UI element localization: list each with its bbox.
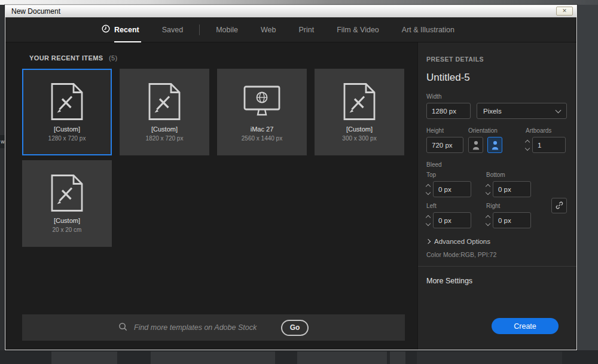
template-size: 2560 x 1440 px — [242, 135, 282, 142]
units-dropdown[interactable]: Pixels — [477, 103, 567, 119]
template-name: [Custom] — [54, 217, 80, 224]
stepper-up-icon[interactable] — [426, 183, 431, 188]
stepper-down-icon[interactable] — [426, 221, 431, 225]
stepper-down-icon[interactable] — [426, 189, 431, 194]
bleed-link-values-button[interactable] — [551, 198, 567, 213]
tab-label: Saved — [162, 26, 183, 34]
tab-web[interactable]: Web — [249, 17, 287, 42]
template-card-custom-1820x720[interactable]: [Custom] 1820 x 720 px — [120, 69, 209, 155]
bleed-left-input[interactable]: 0 px — [433, 212, 471, 228]
tab-label: Mobile — [216, 26, 238, 34]
bleed-left-label: Left — [426, 203, 486, 209]
search-icon — [118, 322, 127, 334]
template-size: 1280 x 720 px — [48, 135, 86, 142]
orientation-portrait-button[interactable] — [468, 137, 483, 153]
category-tabbar: Recent Saved Mobile Web Print Film & Vid… — [5, 17, 576, 42]
stepper-down-icon[interactable] — [525, 145, 530, 150]
tab-label: Web — [261, 26, 276, 34]
panel-divider — [418, 266, 576, 267]
close-icon: ✕ — [562, 8, 567, 14]
portrait-person-icon — [472, 140, 480, 150]
color-mode-summary: Color Mode:RGB, PPI:72 — [426, 251, 567, 258]
bleed-left-stepper[interactable] — [426, 216, 430, 225]
document-name-field[interactable]: Untitled-5 — [426, 72, 567, 84]
stepper-up-icon[interactable] — [486, 183, 490, 188]
bleed-label: Bleed — [426, 161, 567, 168]
bleed-bottom-stepper[interactable] — [486, 185, 490, 194]
recent-items-title: YOUR RECENT ITEMS — [29, 54, 103, 62]
background-window-fragment — [151, 351, 275, 364]
tab-art-illustration[interactable]: Art & Illustration — [390, 17, 466, 42]
create-button[interactable]: Create — [492, 318, 559, 334]
desktop: w New Document ✕ Recent Saved — [0, 0, 598, 364]
tab-label: Art & Illustration — [402, 26, 454, 34]
background-window-strip — [0, 0, 598, 5]
orientation-label: Orientation — [468, 127, 526, 134]
stepper-up-icon[interactable] — [525, 139, 530, 144]
width-label: Width — [426, 93, 567, 100]
dialog-body: Recent Saved Mobile Web Print Film & Vid… — [5, 17, 576, 350]
background-window-fragment — [51, 351, 117, 364]
background-left-strip — [0, 5, 5, 350]
artboards-stepper[interactable] — [526, 140, 529, 150]
bleed-right-input[interactable]: 0 px — [493, 212, 531, 228]
template-card-imac-27[interactable]: iMac 27 2560 x 1440 px — [217, 69, 307, 155]
template-size: 20 x 20 cm — [53, 227, 82, 233]
tab-film-video[interactable]: Film & Video — [325, 17, 390, 42]
template-grid: [Custom] 1280 x 720 px [Custom] 1820 x 7… — [22, 69, 412, 247]
bleed-top-input[interactable]: 0 px — [433, 181, 471, 197]
document-pencil-icon — [50, 173, 84, 213]
close-button[interactable]: ✕ — [556, 7, 573, 16]
bleed-bottom-input[interactable]: 0 px — [493, 181, 531, 197]
preset-details-panel: PRESET DETAILS Untitled-5 Width 1280 px … — [417, 42, 576, 350]
bleed-right-label: Right — [486, 203, 546, 209]
template-name: [Custom] — [346, 126, 373, 133]
recent-items-count: (5) — [109, 54, 118, 62]
background-window-fragment — [297, 351, 387, 364]
document-pencil-icon — [343, 81, 376, 122]
stepper-down-icon[interactable] — [486, 189, 490, 194]
imac-globe-icon — [243, 81, 280, 122]
tab-print[interactable]: Print — [287, 17, 325, 42]
recent-items-heading: YOUR RECENT ITEMS (5) — [29, 54, 118, 62]
tab-label: Recent — [114, 26, 139, 34]
units-value: Pixels — [483, 108, 502, 115]
bleed-bottom-label: Bottom — [486, 172, 546, 178]
tab-label: Print — [298, 26, 314, 34]
dialog-title: New Document — [11, 7, 60, 16]
bleed-right-stepper[interactable] — [486, 216, 490, 225]
height-label: Height — [426, 127, 468, 134]
template-card-custom-1280x720[interactable]: [Custom] 1280 x 720 px — [22, 69, 112, 155]
background-window-fragment — [417, 351, 562, 364]
tab-recent[interactable]: Recent — [90, 17, 151, 42]
orientation-landscape-button[interactable] — [487, 137, 502, 153]
artboards-label: Artboards — [526, 127, 567, 134]
tab-divider — [199, 25, 200, 35]
template-card-custom-20x20cm[interactable]: [Custom] 20 x 20 cm — [22, 160, 112, 247]
template-card-custom-300x300[interactable]: [Custom] 300 x 300 px — [315, 69, 404, 155]
tab-mobile[interactable]: Mobile — [205, 17, 249, 42]
adobe-stock-searchbar: Go — [22, 314, 405, 341]
chevron-down-icon — [556, 107, 562, 113]
tab-saved[interactable]: Saved — [151, 17, 194, 42]
advanced-options-toggle[interactable]: Advanced Options — [426, 238, 567, 245]
dialog-titlebar[interactable]: New Document ✕ — [5, 5, 576, 17]
background-window-fragment — [390, 351, 405, 364]
landscape-person-icon — [492, 140, 499, 150]
stepper-up-icon[interactable] — [486, 215, 490, 219]
go-button[interactable]: Go — [281, 320, 309, 336]
height-input[interactable]: 720 px — [426, 137, 463, 153]
stock-search-input[interactable] — [134, 323, 274, 332]
chain-link-icon — [555, 201, 564, 210]
artboards-input[interactable]: 1 — [532, 137, 566, 153]
template-name: [Custom] — [54, 126, 80, 133]
stepper-up-icon[interactable] — [426, 215, 431, 219]
document-pencil-icon — [50, 81, 84, 122]
bleed-top-stepper[interactable] — [426, 185, 430, 194]
advanced-options-label: Advanced Options — [434, 238, 490, 245]
tab-label: Film & Video — [337, 26, 379, 34]
template-name: iMac 27 — [251, 126, 274, 133]
width-input[interactable]: 1280 px — [426, 103, 471, 119]
more-settings-link[interactable]: More Settings — [426, 277, 567, 285]
stepper-down-icon[interactable] — [486, 221, 490, 225]
